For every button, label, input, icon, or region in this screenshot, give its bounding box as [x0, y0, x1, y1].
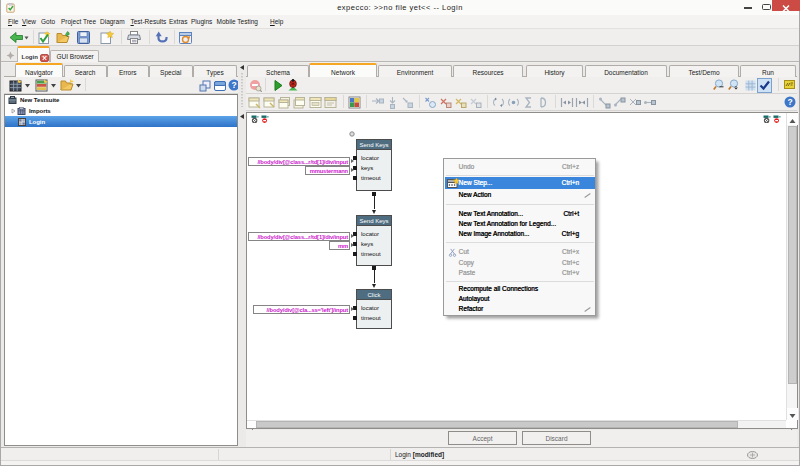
svg-text:?: ?	[231, 80, 236, 90]
svg-text:?: ?	[787, 97, 792, 107]
